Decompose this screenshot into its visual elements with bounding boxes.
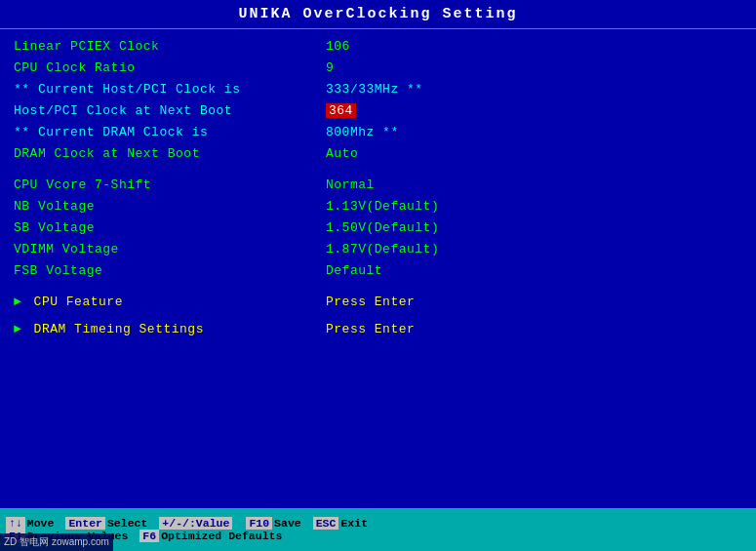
bottom-row-2: F1 Previous Values F6 Optimized Defaults — [6, 530, 750, 542]
host-pci-next-boot-row: Host/PCI Clock at Next Boot 364 — [14, 101, 742, 123]
dram-timeing-label: ► DRAM Timeing Settings — [14, 322, 326, 336]
dram-next-boot-value: Auto — [326, 146, 358, 161]
bottom-bar: ↑↓ Move Enter Select +/-/:Value F10 Save… — [0, 508, 756, 551]
nb-voltage-row: NB Voltage 1.13V(Default) — [14, 197, 742, 218]
host-pci-next-boot-value: 364 — [326, 103, 356, 118]
dram-next-boot-label: DRAM Clock at Next Boot — [14, 146, 326, 161]
nb-voltage-value: 1.13V(Default) — [326, 199, 439, 214]
linear-pciex-label: Linear PCIEX Clock — [14, 39, 326, 54]
current-dram-row: ** Current DRAM Clock is 800Mhz ** — [14, 123, 742, 144]
watermark: ZD 智电网 zowamp.com — [0, 533, 113, 551]
f6-desc: Optimized Defaults — [161, 530, 282, 542]
vdimm-voltage-row: VDIMM Voltage 1.87V(Default) — [14, 240, 742, 261]
f10-key: F10 — [246, 517, 272, 530]
fsb-voltage-row: FSB Voltage Default — [14, 261, 742, 283]
fsb-voltage-value: Default — [326, 263, 382, 278]
main-content: Linear PCIEX Clock 106 CPU Clock Ratio 9… — [0, 29, 756, 508]
cpu-clock-ratio-label: CPU Clock Ratio — [14, 60, 326, 75]
enter-key: Enter — [65, 517, 105, 530]
enter-desc: Select — [107, 517, 147, 530]
cpu-feature-row[interactable]: ► CPU Feature Press Enter — [14, 293, 742, 314]
dram-timeing-value: Press Enter — [326, 322, 415, 336]
dram-next-boot-row: DRAM Clock at Next Boot Auto — [14, 144, 742, 166]
dram-timeing-row[interactable]: ► DRAM Timeing Settings Press Enter — [14, 320, 742, 341]
bios-screen: UNIKA OverClocking Setting Linear PCIEX … — [0, 0, 756, 551]
cpu-feature-arrow: ► — [14, 295, 21, 309]
current-host-pci-row: ** Current Host/PCI Clock is 333/33MHz *… — [14, 80, 742, 101]
linear-pciex-value: 106 — [326, 39, 350, 54]
current-dram-value: 800Mhz ** — [326, 125, 399, 139]
vdimm-voltage-label: VDIMM Voltage — [14, 242, 326, 256]
fsb-voltage-label: FSB Voltage — [14, 263, 326, 278]
cpu-vcore-label: CPU Vcore 7-Shift — [14, 177, 326, 192]
move-key: ↑↓ — [6, 517, 25, 530]
cpu-vcore-value: Normal — [326, 177, 375, 192]
host-pci-next-boot-label: Host/PCI Clock at Next Boot — [14, 103, 326, 118]
vdimm-voltage-value: 1.87V(Default) — [326, 242, 439, 256]
nb-voltage-label: NB Voltage — [14, 199, 326, 214]
linear-pciex-row: Linear PCIEX Clock 106 — [14, 37, 742, 59]
current-dram-label: ** Current DRAM Clock is — [14, 125, 326, 139]
sb-voltage-row: SB Voltage 1.50V(Default) — [14, 218, 742, 240]
bottom-row-1: ↑↓ Move Enter Select +/-/:Value F10 Save… — [6, 517, 750, 530]
value-key: +/-/:Value — [159, 517, 232, 530]
cpu-clock-ratio-row: CPU Clock Ratio 9 — [14, 59, 742, 80]
sb-voltage-label: SB Voltage — [14, 220, 326, 235]
cpu-feature-label: ► CPU Feature — [14, 295, 326, 309]
f10-desc: Save — [274, 517, 301, 530]
esc-desc: Exit — [340, 517, 368, 530]
dram-timeing-arrow: ► — [14, 322, 21, 336]
title-bar: UNIKA OverClocking Setting — [0, 0, 756, 29]
sb-voltage-value: 1.50V(Default) — [326, 220, 439, 235]
cpu-clock-ratio-value: 9 — [326, 60, 334, 75]
cpu-feature-value: Press Enter — [326, 295, 415, 309]
esc-key: ESC — [313, 517, 339, 530]
current-host-pci-label: ** Current Host/PCI Clock is — [14, 82, 326, 97]
move-desc: Move — [27, 517, 55, 530]
current-host-pci-value: 333/33MHz ** — [326, 82, 423, 97]
f6-key: F6 — [139, 530, 159, 542]
title-text: UNIKA OverClocking Setting — [238, 6, 517, 22]
cpu-vcore-row: CPU Vcore 7-Shift Normal — [14, 176, 742, 197]
